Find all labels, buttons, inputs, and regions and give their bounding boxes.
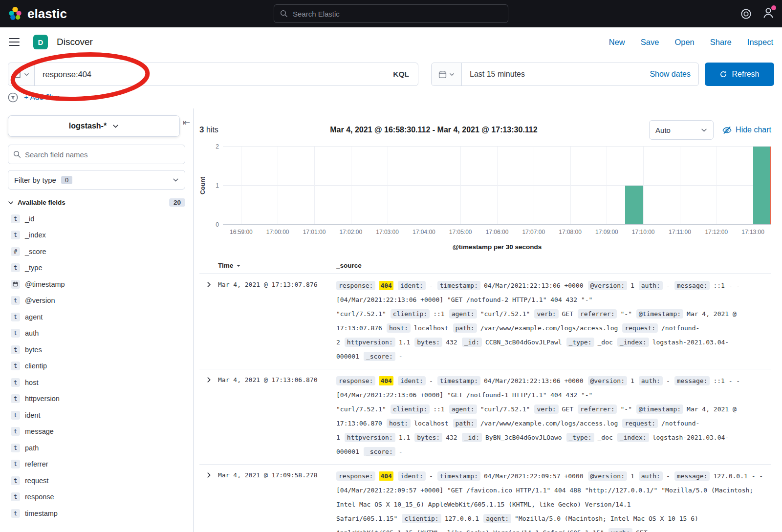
highlighted-value: 404 [379,471,393,481]
hide-chart-button[interactable]: Hide chart [722,126,771,135]
y-axis-title: Count [199,147,206,225]
open-button[interactable]: Open [674,38,694,47]
field-item-referrer[interactable]: treferrer [8,456,185,473]
source-field-key: _score: [364,352,395,361]
source-field-key: response: [336,281,375,290]
hide-chart-label: Hide chart [736,126,771,134]
filter-by-type-select[interactable]: Filter by type 0 [8,170,185,190]
text-field-icon: t [11,345,20,354]
field-item-bytes[interactable]: tbytes [8,341,185,358]
text-field-icon: t [11,476,20,485]
elastic-logo[interactable]: elastic [8,6,67,21]
field-item-path[interactable]: tpath [8,440,185,456]
elastic-logo-icon [8,6,22,21]
field-item-@version[interactable]: t@version [8,293,185,309]
page-title: Discover [57,37,93,47]
field-item-host[interactable]: thost [8,374,185,391]
field-item-clientip[interactable]: tclientip [8,358,185,375]
x-tick-label: 17:11:00 [669,229,691,235]
time-column-header[interactable]: Time [218,262,336,269]
share-button[interactable]: Share [710,38,732,47]
source-field-value: 127.0.0.1 [445,515,479,522]
global-search-input[interactable] [293,10,502,18]
help-icon[interactable] [740,8,752,20]
field-item-message[interactable]: tmessage [8,424,185,440]
x-gridline [534,147,534,224]
discover-app-badge: D [33,35,48,49]
filter-icon[interactable] [8,92,18,103]
source-field-key: auth: [639,281,663,290]
histogram-chart: Count 012 16:59:0017:00:0017:01:0017:02:… [199,147,771,251]
source-field-key: @timestamp: [636,309,683,319]
expand-row-button[interactable] [199,469,218,480]
field-search-input[interactable] [25,150,180,159]
x-gridline [278,147,278,224]
field-search[interactable] [8,145,185,164]
field-item-request[interactable]: trequest [8,472,185,489]
expand-row-button[interactable] [199,374,218,384]
field-name: response [25,493,54,501]
field-item-httpversion[interactable]: thttpversion [8,391,185,407]
source-field-key: httpversion: [345,433,395,442]
source-field-key: ident: [398,376,426,385]
source-field-value: - [429,282,433,289]
text-field-icon: t [11,296,20,305]
source-field-value: - [399,353,403,360]
source-field-key: bytes: [414,338,442,347]
y-tick-label: 1 [216,182,219,189]
collapse-sidebar-icon[interactable]: ⇤ [183,118,190,127]
source-field-value: localhost [414,420,448,427]
field-item-_score[interactable]: #_score [8,243,185,260]
index-pattern-label: logstash-* [69,122,107,130]
field-item-ident[interactable]: tident [8,407,185,424]
inspect-button[interactable]: Inspect [747,38,773,47]
main-panel: 3 hits Mar 4, 2021 @ 16:58:30.112 - Mar … [194,108,782,532]
chart-time-range: Mar 4, 2021 @ 16:58:30.112 - Mar 4, 2021… [227,126,640,134]
x-tick-label: 17:08:00 [559,229,582,235]
add-filter-button[interactable]: + Add filter [24,93,60,102]
x-tick-label: 17:04:00 [413,229,435,235]
source-field-key: message: [674,376,710,385]
global-search[interactable] [274,4,508,23]
text-field-icon: t [11,263,20,272]
menu-icon[interactable] [9,38,20,46]
source-field-value: _doc [598,434,613,441]
refresh-button[interactable]: Refresh [705,63,774,86]
index-pattern-select[interactable]: logstash-* [8,115,180,137]
field-item-timestamp[interactable]: ttimestamp [8,505,185,522]
x-axis-title: @timestamp per 30 seconds [223,243,771,251]
time-range-value[interactable]: Last 15 minutes [462,70,642,79]
date-quick-menu-button[interactable] [432,63,462,85]
available-fields-header[interactable]: Available fields 20 [8,198,185,207]
filter-bar: + Add filter [0,90,782,108]
field-item-@timestamp[interactable]: @timestamp [8,276,185,293]
expand-row-button[interactable] [199,278,218,289]
field-item-_index[interactable]: t_index [8,227,185,244]
source-field-key: agent: [449,309,477,319]
x-gridline [643,147,644,224]
source-field-value: 1 [630,377,634,384]
field-item-auth[interactable]: tauth [8,325,185,342]
source-field-value: "curl/7.52.1" [480,405,530,413]
field-item-response[interactable]: tresponse [8,489,185,506]
text-field-icon: t [11,509,20,518]
field-item-_type[interactable]: t_type [8,260,185,277]
show-dates-button[interactable]: Show dates [642,70,698,79]
histogram-bar[interactable] [625,186,643,225]
query-language-button[interactable]: KQL [384,70,418,79]
notification-dot [771,5,776,10]
query-input[interactable] [35,70,384,79]
save-button[interactable]: Save [641,38,659,47]
interval-select[interactable]: Auto [649,120,714,140]
source-field-value: "curl/7.52.1" [480,310,530,318]
histogram-bar[interactable] [753,147,771,224]
user-avatar[interactable] [762,7,774,21]
field-item-agent[interactable]: tagent [8,309,185,325]
x-gridline [717,147,717,224]
field-item-_id[interactable]: t_id [8,211,185,227]
x-tick-label: 17:02:00 [339,229,362,235]
saved-query-menu-button[interactable] [8,63,35,85]
doc-timestamp: Mar 4, 2021 @ 17:13:06.870 [218,374,336,383]
x-tick-label: 17:09:00 [595,229,618,235]
new-button[interactable]: New [609,38,625,47]
